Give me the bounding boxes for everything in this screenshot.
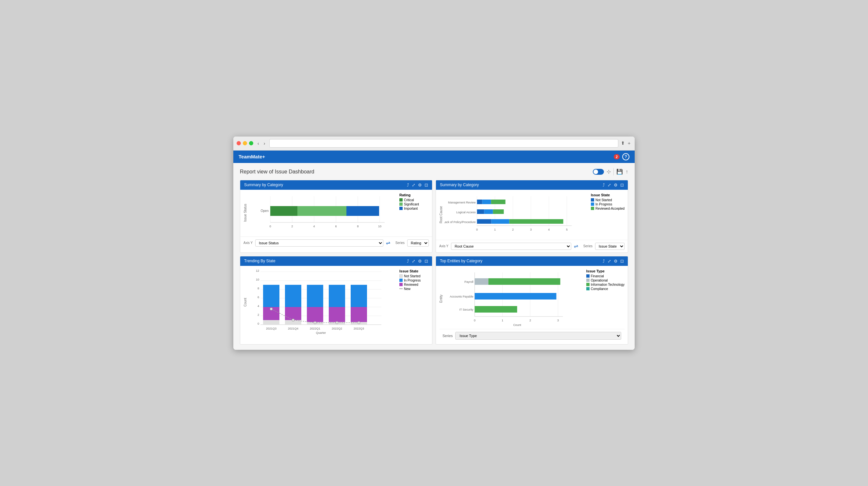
series-select-top-left[interactable]: Rating: [407, 239, 429, 247]
nav-buttons: ‹ ›: [256, 140, 267, 147]
svg-rect-27: [477, 209, 484, 214]
legend-color-important: [399, 207, 403, 210]
summary-by-category-state-card: Summary by Category ⤴ ⤢ ⚙ ⊡ Root Cause: [436, 180, 628, 253]
maximize-button[interactable]: [249, 141, 253, 145]
settings-chart-icon[interactable]: ⚙: [418, 183, 422, 188]
minimize-button[interactable]: [243, 141, 247, 145]
chart-header-bottom-left: Trending By State ⤴ ⤢ ⚙ ⊡: [240, 256, 432, 266]
y-axis-label-br: Entity: [439, 295, 443, 303]
axis-controls-top-right: Axis Y Root Cause ⇌ Series Issue State: [436, 240, 628, 253]
legend-title-br: Issue Type: [586, 269, 624, 273]
legend-operational: Operational: [586, 279, 624, 282]
series-label-top-left: Series: [396, 241, 405, 245]
svg-text:2022Q1: 2022Q1: [310, 327, 320, 330]
legend-color-new-bl: [399, 288, 403, 289]
axis-y-select-tr[interactable]: Root Cause: [451, 243, 571, 250]
filter-chart-icon-tr[interactable]: ⊡: [620, 183, 624, 188]
series-select-br[interactable]: Issue Type: [455, 332, 621, 340]
back-button[interactable]: ‹: [256, 140, 261, 147]
share-chart-icon-tr[interactable]: ⤴: [602, 183, 605, 188]
help-icon[interactable]: ?: [622, 153, 629, 160]
chart-title-bottom-left: Trending By State: [244, 259, 276, 263]
save-icon[interactable]: 💾: [616, 168, 623, 175]
legend-color-in-progress-bl: [399, 279, 403, 282]
bar-notstarted-q1: [263, 320, 279, 325]
filter-chart-icon[interactable]: ⊡: [425, 183, 428, 188]
legend-label-it: Information Technology: [591, 283, 624, 286]
legend-reviewed-accepted: Reviewed-Accepted: [591, 207, 624, 210]
expand-chart-icon-bl[interactable]: ⤢: [412, 259, 415, 264]
entities-chart: Payroll Accounts Payable IT Security: [444, 269, 584, 328]
legend-label-financial: Financial: [591, 274, 604, 278]
legend-label-compliance: Compliance: [591, 287, 608, 291]
svg-text:4: 4: [257, 304, 259, 308]
line-dot-1: [270, 308, 273, 310]
series-label-br: Series: [442, 334, 453, 338]
legend-bottom-left: Issue State Not Started In Progress: [399, 269, 429, 291]
top-entities-card: Top Entities by Category ⤴ ⤢ ⚙ ⊡ Entity: [436, 256, 628, 345]
share-chart-icon-br[interactable]: ⤴: [602, 259, 605, 264]
bar-critical: [270, 206, 298, 216]
chart-header-top-right: Summary by Category ⤴ ⤢ ⚙ ⊡: [436, 180, 628, 190]
legend-not-started: Not Started: [591, 198, 624, 202]
browser-chrome: ‹ › ⬆ ＋: [233, 136, 635, 151]
svg-text:0: 0: [269, 225, 271, 228]
svg-rect-63: [351, 285, 367, 307]
expand-chart-icon-tr[interactable]: ⤢: [608, 183, 611, 188]
svg-text:0: 0: [474, 319, 475, 322]
chart-header-icons-br: ⤴ ⤢ ⚙ ⊡: [602, 259, 624, 264]
bar-payroll-it: [488, 278, 560, 285]
expand-chart-icon-br[interactable]: ⤢: [608, 259, 611, 264]
series-select-tr[interactable]: Issue State: [595, 243, 624, 250]
expand-chart-icon[interactable]: ⤢: [412, 183, 415, 188]
share-chart-icon[interactable]: ⤴: [407, 183, 409, 188]
svg-rect-28: [484, 209, 493, 214]
svg-text:2: 2: [257, 313, 259, 317]
series-controls-br: Series Issue Type: [439, 329, 624, 341]
svg-rect-30: [477, 219, 492, 224]
forward-button[interactable]: ›: [262, 140, 267, 147]
summary-by-category-rating-card: Summary by Category ⤴ ⤢ ⚙ ⊡ Issue Status: [240, 180, 432, 253]
notification-badge[interactable]: 2: [614, 154, 620, 159]
address-bar[interactable]: [269, 139, 618, 148]
legend-label-not-started: Not Started: [595, 198, 612, 202]
filter-chart-icon-bl[interactable]: ⊡: [425, 259, 428, 264]
chart-header-icons: ⤴ ⤢ ⚙ ⊡: [407, 183, 428, 188]
content-area: Report view of Issue Dashboard ⊹ 💾 ↑ Sum…: [233, 163, 635, 350]
close-button[interactable]: [237, 141, 241, 145]
svg-text:4: 4: [313, 225, 315, 228]
svg-text:Count: Count: [513, 323, 521, 327]
legend-color-compliance: [586, 287, 590, 290]
settings-chart-icon-bl[interactable]: ⚙: [418, 259, 422, 264]
export-icon[interactable]: ↑: [625, 169, 628, 175]
share-chart-icon-bl[interactable]: ⤴: [407, 259, 409, 264]
legend-color-in-progress: [591, 202, 594, 206]
legend-label-important: Important: [404, 207, 418, 210]
chart-header-icons-bl: ⤴ ⤢ ⚙ ⊡: [407, 259, 428, 264]
svg-rect-26: [491, 200, 505, 204]
filter-icon[interactable]: ⊹: [607, 168, 611, 175]
axis-y-select-top-left[interactable]: Issue Status: [255, 239, 383, 247]
settings-chart-icon-br[interactable]: ⚙: [614, 259, 618, 264]
filter-chart-icon-br[interactable]: ⊡: [620, 259, 624, 264]
chart-container-bottom-right: Entity Payroll Accoun: [439, 269, 624, 329]
svg-text:2021Q3: 2021Q3: [266, 327, 277, 330]
trending-chart: 0 2 4 6 8 10 12: [248, 269, 397, 334]
settings-chart-icon-tr[interactable]: ⚙: [614, 183, 618, 188]
bar-significant: [298, 206, 346, 216]
chart-body-top-left: Issue Status: [240, 190, 432, 236]
chart-svg-area-bl: 0 2 4 6 8 10 12: [248, 269, 397, 335]
traffic-lights: [237, 141, 253, 145]
swap-icon-tr[interactable]: ⇌: [574, 243, 578, 249]
legend-reviewed-bl: Reviewed: [399, 283, 429, 286]
view-toggle[interactable]: [593, 169, 604, 175]
page-header: Report view of Issue Dashboard ⊹ 💾 ↑: [240, 168, 628, 175]
new-tab-icon[interactable]: ＋: [627, 140, 631, 146]
legend-not-started-bl: Not Started: [399, 274, 429, 278]
swap-icon-top-left[interactable]: ⇌: [386, 240, 390, 246]
header-icons: 2 ?: [614, 153, 629, 160]
share-icon[interactable]: ⬆: [621, 140, 625, 146]
svg-rect-29: [493, 209, 504, 214]
svg-text:Open: Open: [261, 209, 269, 213]
svg-text:Accounts Payable: Accounts Payable: [450, 295, 473, 298]
